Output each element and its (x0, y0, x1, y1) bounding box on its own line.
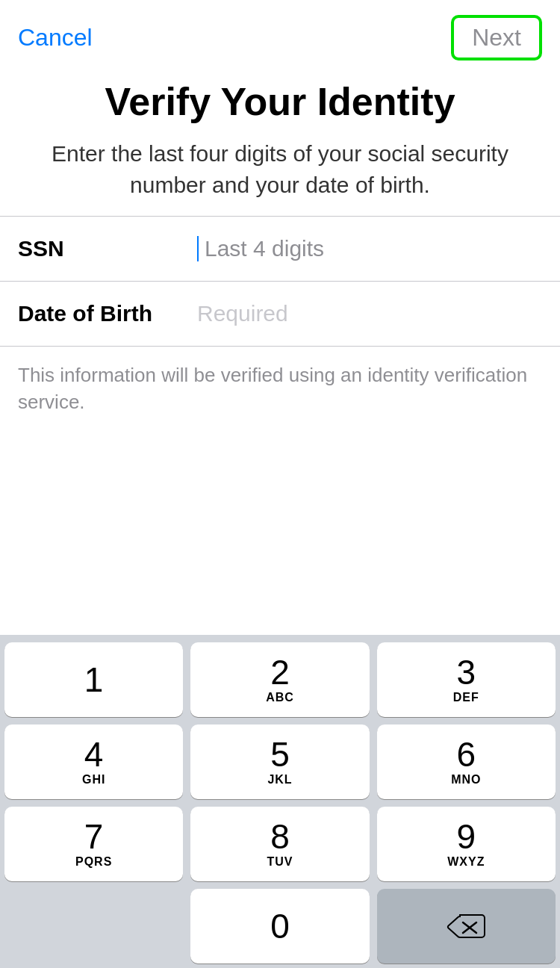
page-subtitle: Enter the last four digits of your socia… (22, 138, 538, 201)
key-7[interactable]: 7 PQRS (4, 807, 183, 881)
dob-placeholder: Required (197, 301, 288, 326)
key-2[interactable]: 2 ABC (190, 642, 369, 717)
key-2-number: 2 (270, 655, 290, 689)
ssn-label: SSN (18, 236, 197, 261)
key-delete[interactable] (377, 889, 556, 964)
form-section: SSN Last 4 digits Date of Birth Required (0, 217, 560, 347)
key-5-letters: JKL (267, 773, 292, 786)
ssn-input-area[interactable]: Last 4 digits (197, 236, 542, 261)
key-9-number: 9 (457, 819, 476, 854)
content-spacer (0, 431, 560, 635)
key-8[interactable]: 8 TUV (190, 807, 369, 881)
key-0[interactable]: 0 (190, 889, 369, 964)
key-1[interactable]: 1 (4, 642, 183, 717)
next-button[interactable]: Next (451, 15, 542, 60)
delete-icon (447, 912, 485, 940)
key-7-number: 7 (84, 819, 104, 854)
key-5[interactable]: 5 JKL (190, 725, 369, 799)
key-4-number: 4 (84, 737, 104, 772)
header: Cancel Next (0, 0, 560, 72)
cancel-button[interactable]: Cancel (18, 24, 93, 52)
key-6[interactable]: 6 MNO (377, 725, 556, 799)
key-3[interactable]: 3 DEF (377, 642, 556, 717)
dob-input-area[interactable]: Required (197, 301, 542, 326)
key-9-letters: WXYZ (447, 855, 485, 869)
key-5-number: 5 (270, 737, 290, 772)
key-8-number: 8 (270, 819, 290, 854)
ssn-row[interactable]: SSN Last 4 digits (0, 217, 560, 282)
page-title: Verify Your Identity (22, 80, 538, 125)
key-empty (4, 889, 183, 964)
title-section: Verify Your Identity Enter the last four… (0, 72, 560, 216)
ssn-placeholder: Last 4 digits (205, 236, 324, 261)
dob-label: Date of Birth (18, 301, 197, 326)
key-9[interactable]: 9 WXYZ (377, 807, 556, 881)
key-0-number: 0 (270, 909, 290, 943)
key-8-letters: TUV (267, 855, 293, 869)
key-4[interactable]: 4 GHI (4, 725, 183, 799)
key-1-number: 1 (84, 663, 104, 697)
key-3-letters: DEF (453, 691, 479, 704)
key-2-letters: ABC (266, 691, 294, 704)
key-6-number: 6 (457, 737, 476, 772)
key-7-letters: PQRS (75, 855, 112, 869)
key-6-letters: MNO (451, 773, 481, 786)
numeric-keyboard: 1 2 ABC 3 DEF 4 GHI 5 JKL 6 MNO 7 PQRS 8… (0, 635, 560, 968)
key-4-letters: GHI (82, 773, 105, 786)
dob-row[interactable]: Date of Birth Required (0, 282, 560, 347)
info-text: This information will be verified using … (0, 347, 560, 431)
text-cursor (197, 236, 199, 261)
key-3-number: 3 (457, 655, 476, 689)
